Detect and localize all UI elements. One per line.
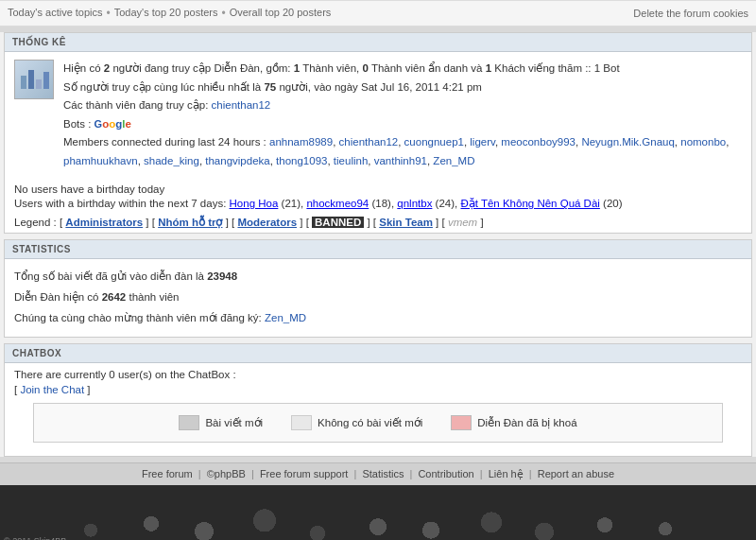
statistics-body: Tổng số bài viết đã gửi vào diễn đàn là … [5, 259, 751, 337]
chatbox-users-pre: There are currently [14, 369, 106, 380]
birthday-user-4[interactable]: Đặt Tên Không Nên Quá Dài [460, 198, 599, 209]
chatbox-section: CHATBOX There are currently 0 user(s) on… [4, 343, 752, 457]
delete-cookies-link[interactable]: Delete the forum cookies [633, 8, 748, 19]
thongke-text: Hiện có 2 người đang truy cập Diễn Đàn, … [63, 60, 742, 170]
birthday-user-3[interactable]: qnlntbx [397, 198, 432, 209]
legend-vmem-badge: vmem [448, 217, 477, 228]
record-line: Số người truy cập cùng lúc nhiều nhất là… [63, 78, 742, 97]
legend-banned-badge: BANNED [312, 217, 364, 228]
record-count: 75 [264, 81, 276, 93]
topics-bar-links: Today's active topics • Today's top 20 p… [8, 7, 331, 20]
statistics-section: STATISTICS Tổng số bài viết đã gửi vào d… [4, 239, 752, 338]
google-logo: Google [94, 118, 131, 130]
sep1: • [107, 7, 111, 20]
chatbox-join-line: [ Join the Chat ] [14, 384, 742, 395]
member-link-2[interactable]: chienthan12 [339, 136, 399, 148]
stat-newest-pre: Chúng ta cùng chào mừng thành viên mới đ… [14, 312, 262, 323]
footer-link-statistics[interactable]: Statistics [362, 468, 404, 479]
connected-line: Members connected during last 24 hours :… [63, 133, 742, 170]
overall-top20-link[interactable]: Overall top 20 posters [230, 7, 332, 20]
footer-link-phpbb[interactable]: ©phpBB [207, 468, 246, 479]
online-count: 2 [104, 62, 110, 74]
legend-admins-link[interactable]: Administrators [65, 217, 143, 228]
footer-link-support[interactable]: Free forum support [260, 468, 349, 479]
member-link-4[interactable]: ligerv [470, 136, 495, 148]
thongke-icon [14, 60, 54, 99]
swatch-locked-forum [451, 415, 472, 430]
chatbox-users-line: There are currently 0 user(s) on the Cha… [14, 369, 742, 380]
footer-link-free-forum[interactable]: Free forum [142, 468, 193, 479]
footer-sep-6: | [529, 468, 532, 479]
active-member-link[interactable]: chienthan12 [212, 99, 271, 111]
birthday-user-2[interactable]: nhockmeo94 [306, 198, 369, 209]
member-link-14[interactable]: Zen_MD [433, 155, 474, 166]
legend-no-new-posts: Không có bài viết mới [291, 415, 422, 430]
active-members-line: Các thành viên đang truy cập: chienthan1… [63, 96, 742, 115]
footer-sep-1: | [198, 468, 201, 479]
member-link-9[interactable]: shade_king [144, 155, 199, 166]
online-pre: Hiện có [63, 62, 101, 74]
guests-label: Khách viếng thăm :: 1 Bot [494, 62, 619, 74]
guests-count: 1 [486, 62, 491, 74]
bots-label: Bots : [63, 118, 94, 130]
main-content: THỐNG KÊ Hiện có 2 người đang truy cập D… [0, 32, 756, 457]
member-link-1[interactable]: anhnam8989 [269, 136, 333, 148]
footer-sep-3: | [353, 468, 356, 479]
svg-rect-1 [28, 70, 34, 89]
legend-new-posts: Bài viết mới [179, 415, 263, 430]
record-pre: Số người truy cập cùng lúc nhiều nhất là [63, 81, 261, 93]
stat-members-line: Diễn Đàn hiện có 2642 thành viên [14, 287, 742, 308]
chatbox-body: There are currently 0 user(s) on the Cha… [5, 363, 751, 456]
footer-sep-4: | [409, 468, 412, 479]
legend-new-label: Bài viết mới [205, 416, 263, 429]
dark-footer: © 2011 Skin4BB [0, 485, 756, 540]
thongke-header: THỐNG KÊ [5, 33, 751, 52]
footer-link-contribution[interactable]: Contribution [418, 468, 473, 479]
member-link-5[interactable]: meoconboy993 [501, 136, 576, 148]
swatch-new-posts [179, 415, 199, 430]
member-link-7[interactable]: nomonbo [680, 136, 726, 148]
stat-posts-line: Tổng số bài viết đã gửi vào diễn đàn là … [14, 267, 742, 287]
member-link-12[interactable]: tieulinh [334, 155, 368, 166]
stat-posts-pre: Tổng số bài viết đã gửi vào diễn đàn là [14, 270, 204, 282]
member-link-6[interactable]: Neyugn.Mik.Gnauq [581, 136, 674, 148]
footer-link-report[interactable]: Report an abuse [538, 468, 614, 479]
chatbox-user-count: 0 [109, 369, 114, 380]
sep2: • [221, 7, 225, 20]
member-link-3[interactable]: cuongnuep1 [404, 136, 464, 148]
active-topics-link[interactable]: Today's active topics [8, 7, 103, 20]
footer: Free forum | ©phpBB | Free forum support… [0, 462, 756, 485]
member-link-10[interactable]: thangvipdeka [205, 155, 269, 166]
record-post: người, vào ngày Sat Jul 16, 2011 4:21 pm [279, 81, 481, 93]
connected-label: Members connected during last 24 hours : [63, 136, 266, 148]
members-count: 1 [294, 62, 300, 74]
online-status-line: Hiện có 2 người đang truy cập Diễn Đàn, … [63, 60, 742, 78]
stat-members-pre: Diễn Đàn hiện có [14, 291, 98, 303]
newest-member-link[interactable]: Zen_MD [265, 312, 306, 323]
birthday-user-1[interactable]: Hong Hoa [230, 198, 279, 209]
legend-locked-forum: Diễn Đàn đã bị khoá [451, 415, 576, 430]
legend-moderators-link[interactable]: Moderators [237, 217, 297, 228]
dark-footer-text: © 2011 Skin4BB [4, 536, 66, 540]
join-chat-link[interactable]: Join the Chat [20, 384, 84, 395]
legend-locked-label: Diễn Đàn đã bị khoá [477, 416, 576, 429]
member-link-8[interactable]: phamhuukhavn [63, 155, 138, 166]
stat-members-post: thành viên [129, 291, 179, 303]
chatbox-users-post: user(s) on the ChatBox : [118, 369, 236, 380]
birthday-section: No users have a birthday today Users wit… [5, 178, 751, 233]
legend-skinteam-link[interactable]: Skin Team [379, 217, 433, 228]
member-link-11[interactable]: thong1093 [276, 155, 327, 166]
thongke-section: THỐNG KÊ Hiện có 2 người đang truy cập D… [4, 32, 752, 234]
footer-link-lienhe[interactable]: Liên hệ [489, 468, 524, 479]
legend-nhomhotro-link[interactable]: Nhóm hỗ trợ [158, 217, 222, 228]
topics-bar: Today's active topics • Today's top 20 p… [0, 0, 756, 26]
member-link-13[interactable]: vanthinh91 [374, 155, 427, 166]
legend-line: Legend : [ Administrators ] [ Nhóm hỗ tr… [14, 216, 742, 229]
birthday-pre: Users with a birthday within the next 7 … [14, 198, 230, 209]
chatbox-header: CHATBOX [5, 344, 751, 363]
legend-label: Legend : [14, 217, 57, 228]
hidden-count: 0 [362, 62, 368, 74]
members-label: Thành viên, [302, 62, 359, 74]
top20-posters-link[interactable]: Today's top 20 posters [114, 7, 218, 20]
svg-rect-2 [36, 79, 42, 89]
